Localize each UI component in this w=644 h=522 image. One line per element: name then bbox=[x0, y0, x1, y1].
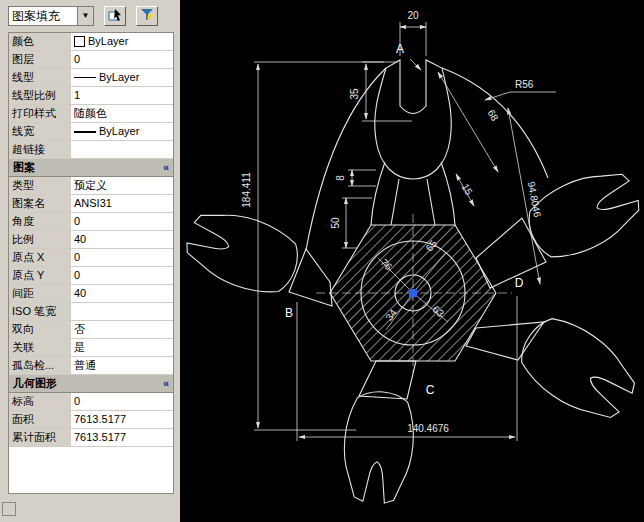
property-label: 比例 bbox=[9, 231, 71, 248]
property-label: 面积 bbox=[9, 411, 71, 428]
property-label: 原点 Y bbox=[9, 267, 71, 284]
point-label-a: A bbox=[396, 42, 404, 56]
row-angle: 角度 0 bbox=[9, 213, 173, 231]
dim-68: 68 bbox=[485, 108, 500, 124]
property-label: 线宽 bbox=[9, 123, 71, 140]
category-title: 几何图形 bbox=[13, 375, 57, 392]
wrench-head-lower-right bbox=[509, 306, 644, 432]
property-label: 图层 bbox=[9, 51, 71, 68]
row-cumulative-area: 累计面积 7613.5177 bbox=[9, 429, 173, 447]
property-label: ISO 笔宽 bbox=[9, 303, 71, 320]
color-swatch-icon bbox=[74, 36, 85, 47]
point-label-d: D bbox=[515, 276, 524, 290]
point-label-b: B bbox=[285, 306, 293, 320]
property-value[interactable]: ByLayer bbox=[71, 123, 173, 140]
property-value[interactable]: 40 bbox=[71, 231, 173, 248]
property-value[interactable] bbox=[71, 303, 173, 320]
row-spacing: 间距 40 bbox=[9, 285, 173, 303]
property-label: 颜色 bbox=[9, 33, 71, 50]
drawing-canvas[interactable]: 20 35 8 50 184.411 140.4676 68 15 94.804… bbox=[180, 0, 644, 522]
row-associative: 关联 是 bbox=[9, 339, 173, 357]
row-area: 面积 7613.5177 bbox=[9, 411, 173, 429]
property-value-text: 预定义 bbox=[74, 177, 107, 194]
wrench-head-bottom bbox=[340, 389, 418, 505]
property-label: 线型比例 bbox=[9, 87, 71, 104]
property-value-text: 0 bbox=[74, 213, 80, 230]
wrench-handle-lower-right bbox=[466, 322, 544, 360]
wrench-handle-left bbox=[289, 249, 332, 306]
dim-slot-depth: 35 bbox=[349, 88, 360, 100]
dim-total-height: 184.411 bbox=[241, 172, 252, 208]
category-header-geometry[interactable]: 几何图形 « bbox=[9, 375, 173, 393]
top-slotted-piece bbox=[375, 60, 452, 179]
property-value-text: 7613.5177 bbox=[74, 429, 126, 446]
property-value[interactable]: ByLayer bbox=[71, 33, 173, 50]
dim-r56: R56 bbox=[515, 79, 534, 90]
property-value[interactable]: ANSI31 bbox=[71, 195, 173, 212]
property-value[interactable]: 40 bbox=[71, 285, 173, 302]
property-label: 双向 bbox=[9, 321, 71, 338]
property-value[interactable]: 0 bbox=[71, 213, 173, 230]
property-label: 类型 bbox=[9, 177, 71, 194]
property-value[interactable]: 否 bbox=[71, 321, 173, 338]
property-value[interactable]: 0 bbox=[71, 393, 173, 410]
property-label: 关联 bbox=[9, 339, 71, 356]
select-objects-icon bbox=[108, 8, 122, 25]
property-value[interactable]: 7613.5177 bbox=[71, 429, 173, 446]
row-linetype: 线型 ByLayer bbox=[9, 69, 173, 87]
palette-resize-grip[interactable] bbox=[2, 502, 16, 516]
row-hyperlink: 超链接 bbox=[9, 141, 173, 159]
dim-line-68 bbox=[438, 72, 498, 172]
property-value[interactable]: 是 bbox=[71, 339, 173, 356]
dim-diagonal: 94.8046 bbox=[526, 181, 543, 219]
property-value[interactable]: 0 bbox=[71, 51, 173, 68]
leader-r56 bbox=[485, 92, 556, 100]
property-value[interactable]: ByLayer bbox=[71, 69, 173, 86]
property-value-text: ByLayer bbox=[99, 69, 139, 86]
property-value[interactable] bbox=[71, 141, 173, 158]
property-value[interactable]: 0 bbox=[71, 267, 173, 284]
property-value-text: 普通 bbox=[74, 357, 96, 374]
property-label: 标高 bbox=[9, 393, 71, 410]
property-value[interactable]: 预定义 bbox=[71, 177, 173, 194]
chevron-down-icon[interactable]: ▼ bbox=[77, 7, 93, 25]
palette-toolbar: 图案填充 ▼ bbox=[8, 6, 180, 26]
property-value[interactable]: 随颜色 bbox=[71, 105, 173, 122]
category-header-pattern[interactable]: 图案 « bbox=[9, 159, 173, 177]
property-label: 孤岛检... bbox=[9, 357, 71, 374]
property-value-text: 0 bbox=[74, 393, 80, 410]
row-color: 颜色 ByLayer bbox=[9, 33, 173, 51]
row-island-detection: 孤岛检... 普通 bbox=[9, 357, 173, 375]
property-label: 打印样式 bbox=[9, 105, 71, 122]
property-label: 间距 bbox=[9, 285, 71, 302]
collapse-icon[interactable]: « bbox=[163, 159, 169, 176]
property-label: 图案名 bbox=[9, 195, 71, 212]
property-value-text: 1 bbox=[74, 87, 80, 104]
property-value[interactable]: 0 bbox=[71, 249, 173, 266]
property-label: 原点 X bbox=[9, 249, 71, 266]
property-value-text: 40 bbox=[74, 285, 86, 302]
row-elevation: 标高 0 bbox=[9, 393, 173, 411]
property-value-text: 7613.5177 bbox=[74, 411, 126, 428]
object-type-select[interactable]: 图案填充 ▼ bbox=[8, 6, 94, 26]
row-double: 双向 否 bbox=[9, 321, 173, 339]
object-type-value: 图案填充 bbox=[9, 7, 77, 25]
property-value[interactable]: 普通 bbox=[71, 357, 173, 374]
property-value-text: 随颜色 bbox=[74, 105, 107, 122]
quick-select-button[interactable] bbox=[136, 6, 158, 26]
property-value-text: ByLayer bbox=[99, 123, 139, 140]
property-label: 超链接 bbox=[9, 141, 71, 158]
property-value-text: 否 bbox=[74, 321, 85, 338]
row-type: 类型 预定义 bbox=[9, 177, 173, 195]
property-value[interactable]: 1 bbox=[71, 87, 173, 104]
leader-a bbox=[410, 59, 421, 70]
point-label-c: C bbox=[426, 383, 435, 397]
category-title: 图案 bbox=[13, 159, 35, 176]
select-objects-button[interactable] bbox=[104, 6, 126, 26]
property-value-text: 0 bbox=[74, 51, 80, 68]
center-grip[interactable] bbox=[409, 289, 417, 297]
dim-total-width: 140.4676 bbox=[407, 423, 449, 434]
row-linetype-scale: 线型比例 1 bbox=[9, 87, 173, 105]
property-value[interactable]: 7613.5177 bbox=[71, 411, 173, 428]
collapse-icon[interactable]: « bbox=[163, 375, 169, 392]
